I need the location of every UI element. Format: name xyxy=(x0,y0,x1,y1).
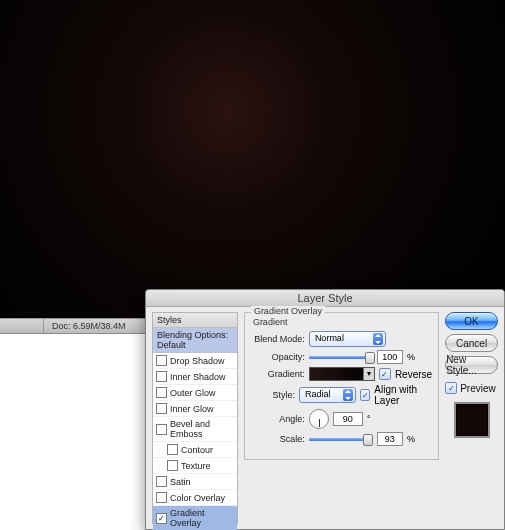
opacity-input[interactable]: 100 xyxy=(377,350,403,364)
settings-panel: Gradient Overlay Gradient Blend Mode: No… xyxy=(244,312,439,524)
checkbox[interactable] xyxy=(167,444,178,455)
deg-label: ° xyxy=(367,414,371,424)
document-canvas xyxy=(0,0,505,318)
angle-dial[interactable] xyxy=(309,409,329,429)
sidebar-item-drop-shadow[interactable]: Drop Shadow xyxy=(153,353,237,369)
sidebar-item-outer-glow[interactable]: Outer Glow xyxy=(153,385,237,401)
new-style-button[interactable]: New Style... xyxy=(445,356,498,374)
preview-label: Preview xyxy=(460,383,496,394)
dropdown-caret-icon xyxy=(343,389,353,401)
gradient-label: Gradient: xyxy=(251,369,305,379)
sidebar-item-label: Inner Glow xyxy=(170,404,214,414)
sidebar-item-satin[interactable]: Satin xyxy=(153,474,237,490)
angle-label: Angle: xyxy=(251,414,305,424)
gradient-picker[interactable]: ▾ xyxy=(309,367,375,381)
style-label: Style: xyxy=(251,390,295,400)
inner-legend: Gradient xyxy=(253,317,432,327)
gradient-overlay-group: Gradient Overlay Gradient Blend Mode: No… xyxy=(244,312,439,460)
sidebar-item-label: Bevel and Emboss xyxy=(170,419,234,439)
preview-swatch xyxy=(454,402,490,438)
sidebar-item-inner-glow[interactable]: Inner Glow xyxy=(153,401,237,417)
checkbox[interactable] xyxy=(156,424,167,435)
doc-size: Doc: 6.59M/38.4M xyxy=(44,321,134,331)
blend-mode-label: Blend Mode: xyxy=(251,334,305,344)
scale-input[interactable]: 93 xyxy=(377,432,403,446)
sidebar-item-label: Color Overlay xyxy=(170,493,225,503)
sidebar-item-contour[interactable]: Contour xyxy=(153,442,237,458)
opacity-label: Opacity: xyxy=(251,352,305,362)
checkbox[interactable] xyxy=(156,371,167,382)
scale-slider[interactable] xyxy=(309,436,373,442)
sidebar-item-inner-shadow[interactable]: Inner Shadow xyxy=(153,369,237,385)
sidebar-item-texture[interactable]: Texture xyxy=(153,458,237,474)
sidebar-item-bevel-and-emboss[interactable]: Bevel and Emboss xyxy=(153,417,237,442)
sidebar-item-label: Inner Shadow xyxy=(170,372,226,382)
effects-sidebar: Styles Blending Options: Default Drop Sh… xyxy=(152,312,238,524)
sidebar-header-styles[interactable]: Styles xyxy=(153,313,237,328)
sidebar-blending-options[interactable]: Blending Options: Default xyxy=(153,328,237,353)
style-select[interactable]: Radial xyxy=(299,387,356,403)
sidebar-item-label: Gradient Overlay xyxy=(170,508,234,528)
opacity-slider[interactable] xyxy=(309,354,373,360)
checkbox[interactable] xyxy=(167,460,178,471)
angle-input[interactable]: 90 xyxy=(333,412,363,426)
checkbox[interactable] xyxy=(156,403,167,414)
cancel-button[interactable]: Cancel xyxy=(445,334,498,352)
reverse-label: Reverse xyxy=(395,369,432,380)
sidebar-item-label: Contour xyxy=(181,445,213,455)
group-legend: Gradient Overlay xyxy=(251,306,325,316)
checkbox[interactable] xyxy=(156,492,167,503)
sidebar-item-label: Drop Shadow xyxy=(170,356,225,366)
align-checkbox[interactable]: ✓ xyxy=(360,389,370,401)
checkbox[interactable]: ✓ xyxy=(156,513,167,524)
reverse-checkbox[interactable]: ✓ xyxy=(379,368,391,380)
preview-checkbox[interactable]: ✓ xyxy=(445,382,457,394)
checkbox[interactable] xyxy=(156,476,167,487)
blend-mode-value: Normal xyxy=(315,333,344,343)
pct-label: % xyxy=(407,434,415,444)
checkbox[interactable] xyxy=(156,355,167,366)
dialog-buttons: OK Cancel New Style... ✓ Preview xyxy=(445,312,498,524)
layer-style-dialog: Layer Style Styles Blending Options: Def… xyxy=(145,289,505,530)
scale-label: Scale: xyxy=(251,434,305,444)
blend-mode-select[interactable]: Normal xyxy=(309,331,386,347)
sidebar-item-label: Satin xyxy=(170,477,191,487)
sidebar-item-gradient-overlay[interactable]: ✓Gradient Overlay xyxy=(153,506,237,530)
ok-button[interactable]: OK xyxy=(445,312,498,330)
sidebar-item-label: Outer Glow xyxy=(170,388,216,398)
dropdown-caret-icon xyxy=(373,333,383,345)
dialog-title: Layer Style xyxy=(146,290,504,307)
checkbox[interactable] xyxy=(156,387,167,398)
style-value: Radial xyxy=(305,389,331,399)
sidebar-item-label: Texture xyxy=(181,461,211,471)
gradient-caret-icon: ▾ xyxy=(363,368,374,380)
align-label: Align with Layer xyxy=(374,384,432,406)
sidebar-item-color-overlay[interactable]: Color Overlay xyxy=(153,490,237,506)
pct-label: % xyxy=(407,352,415,362)
